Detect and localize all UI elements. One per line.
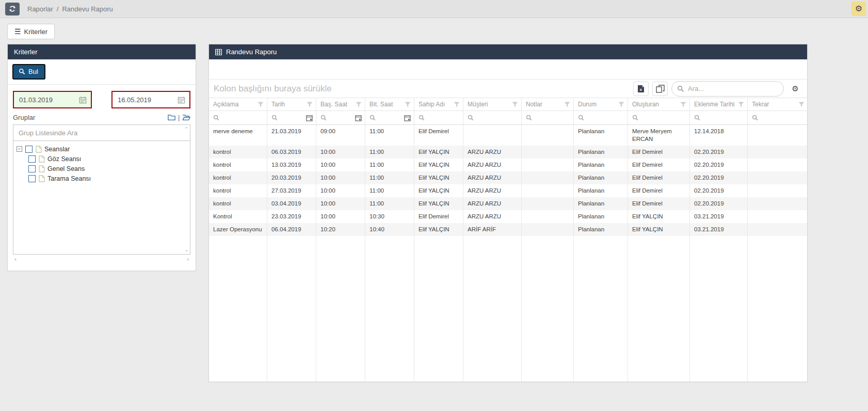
- scroll-right-icon[interactable]: ›: [187, 256, 189, 263]
- tree-node-label[interactable]: Seanslar: [44, 146, 70, 153]
- filter-input-notlar[interactable]: [534, 114, 570, 121]
- group-search-input[interactable]: [13, 125, 190, 141]
- grid-search-box[interactable]: [671, 81, 784, 97]
- tree-checkbox[interactable]: [28, 155, 36, 163]
- collapse-all-folder-icon[interactable]: [168, 114, 175, 121]
- filter-cell-sahip-adi[interactable]: [414, 111, 463, 124]
- scroll-up-icon[interactable]: ⌃: [184, 126, 189, 133]
- find-button[interactable]: Bul: [12, 64, 45, 80]
- filter-input-aciklama[interactable]: [221, 114, 264, 121]
- filter-input-durum[interactable]: [586, 114, 624, 121]
- calendar-dropdown-icon[interactable]: [306, 115, 313, 121]
- scroll-left-icon[interactable]: ‹: [14, 256, 17, 263]
- filter-funnel-icon[interactable]: [798, 102, 805, 107]
- filter-funnel-icon[interactable]: [258, 102, 264, 107]
- calendar-dropdown-icon[interactable]: [404, 115, 411, 121]
- filter-funnel-icon[interactable]: [512, 102, 518, 107]
- column-header-label[interactable]: Müşteri: [468, 101, 512, 108]
- column-header-label[interactable]: Bit. Saat: [369, 101, 405, 108]
- tree-node-label[interactable]: Genel Seans: [47, 165, 85, 172]
- column-header-label[interactable]: Sahip Adı: [419, 101, 454, 108]
- tree-collapse-icon[interactable]: −: [17, 146, 22, 152]
- calendar-dropdown-icon[interactable]: [355, 115, 362, 121]
- column-header-aciklama[interactable]: Açıklama: [209, 98, 267, 110]
- tree-node-root[interactable]: −Seanslar: [17, 144, 188, 154]
- filter-funnel-icon[interactable]: [307, 102, 313, 107]
- filter-input-olusturan[interactable]: [640, 114, 686, 121]
- column-header-notlar[interactable]: Notlar: [522, 98, 574, 110]
- filter-input-bit-saat[interactable]: [378, 114, 402, 121]
- column-header-label[interactable]: Açıklama: [213, 101, 258, 108]
- tree-node-child-1[interactable]: Genel Seans: [28, 164, 188, 173]
- date-from-value[interactable]: 01.03.2019: [19, 96, 79, 104]
- group-panel-hint[interactable]: Kolon başlığını buraya sürükle: [214, 84, 633, 94]
- calendar-icon[interactable]: [79, 96, 87, 104]
- column-header-label[interactable]: Tarih: [271, 101, 307, 108]
- breadcrumb-item-randevu-raporu[interactable]: Randevu Raporu: [62, 5, 112, 13]
- filter-input-tekrar[interactable]: [760, 114, 805, 121]
- tree-checkbox[interactable]: [28, 175, 36, 182]
- tree-node-child-0[interactable]: Göz Seansı: [28, 154, 188, 164]
- table-row[interactable]: Kontrol23.03.201910:0010:30Elif DemirelA…: [209, 210, 807, 223]
- kriterler-toggle-button[interactable]: ☰ Kriterler: [7, 24, 55, 39]
- column-header-label[interactable]: Tekrar: [752, 101, 798, 108]
- filter-input-tarih[interactable]: [280, 114, 304, 121]
- column-header-label[interactable]: Baş. Saat: [320, 101, 356, 108]
- table-row[interactable]: merve deneme21.03.201909:0011:00Elif Dem…: [209, 125, 807, 146]
- table-row[interactable]: kontrol13.03.201910:0011:00Elif YALÇINAR…: [209, 159, 807, 171]
- breadcrumb-item-raporlar[interactable]: Raporlar: [27, 5, 53, 13]
- filter-input-musteri[interactable]: [476, 114, 518, 121]
- filter-funnel-icon[interactable]: [680, 102, 686, 107]
- filter-cell-bas-saat[interactable]: [316, 111, 365, 124]
- scroll-down-icon[interactable]: ⌄: [184, 246, 189, 253]
- excel-export-button[interactable]: x: [633, 82, 649, 96]
- column-header-bas-saat[interactable]: Baş. Saat: [316, 98, 365, 110]
- tree-node-label[interactable]: Göz Seansı: [47, 155, 81, 163]
- column-header-label[interactable]: Durum: [578, 101, 618, 108]
- column-header-olusturan[interactable]: Oluşturan: [628, 98, 690, 110]
- column-header-durum[interactable]: Durum: [574, 98, 628, 110]
- filter-cell-aciklama[interactable]: [209, 111, 267, 124]
- filter-funnel-icon[interactable]: [405, 102, 411, 107]
- column-header-label[interactable]: Eklenme Tarihi: [694, 101, 738, 108]
- filter-input-sahip-adi[interactable]: [427, 114, 460, 121]
- filter-funnel-icon[interactable]: [564, 102, 570, 107]
- column-header-sahip-adi[interactable]: Sahip Adı: [414, 98, 463, 110]
- filter-cell-musteri[interactable]: [463, 111, 522, 124]
- filter-cell-eklenme-tarihi[interactable]: [690, 111, 748, 124]
- column-header-tekrar[interactable]: Tekrar: [748, 98, 807, 110]
- column-chooser-button[interactable]: [652, 82, 668, 96]
- table-row[interactable]: kontrol27.03.201910:0011:00Elif YALÇINAR…: [209, 184, 807, 197]
- table-row[interactable]: kontrol03.04.201910:0011:00Elif YALÇINAR…: [209, 197, 807, 210]
- date-to-field[interactable]: 16.05.2019: [111, 91, 190, 108]
- tree-node-label[interactable]: Tarama Seansı: [47, 175, 91, 182]
- filter-cell-olusturan[interactable]: [628, 111, 690, 124]
- filter-funnel-icon[interactable]: [454, 102, 460, 107]
- filter-funnel-icon[interactable]: [738, 102, 744, 107]
- date-from-field[interactable]: 01.03.2019: [13, 91, 92, 108]
- expand-all-folder-icon[interactable]: [182, 114, 190, 121]
- filter-cell-bit-saat[interactable]: [365, 111, 414, 124]
- date-to-value[interactable]: 16.05.2019: [118, 96, 178, 104]
- filter-input-eklenme-tarihi[interactable]: [702, 114, 744, 121]
- filter-funnel-icon[interactable]: [356, 102, 362, 107]
- column-header-eklenme-tarihi[interactable]: Eklenme Tarihi: [690, 98, 748, 110]
- calendar-icon[interactable]: [178, 96, 185, 104]
- column-header-bit-saat[interactable]: Bit. Saat: [365, 98, 414, 110]
- filter-cell-durum[interactable]: [574, 111, 628, 124]
- table-row[interactable]: kontrol06.03.201910:0011:00Elif YALÇINAR…: [209, 146, 807, 159]
- grid-settings-button[interactable]: ⚙: [787, 82, 803, 96]
- filter-cell-tarih[interactable]: [267, 111, 316, 124]
- filter-input-bas-saat[interactable]: [329, 114, 353, 121]
- tree-checkbox[interactable]: [25, 146, 33, 153]
- column-header-musteri[interactable]: Müşteri: [463, 98, 522, 110]
- column-header-label[interactable]: Oluşturan: [632, 101, 680, 108]
- table-row[interactable]: kontrol20.03.201910:0011:00Elif YALÇINAR…: [209, 171, 807, 184]
- column-header-label[interactable]: Notlar: [526, 101, 564, 108]
- filter-cell-notlar[interactable]: [522, 111, 574, 124]
- table-row[interactable]: Lazer Operasyonu06.04.201910:2010:40Elif…: [209, 223, 807, 236]
- settings-gear-button[interactable]: ⚙: [851, 2, 866, 16]
- column-header-tarih[interactable]: Tarih: [267, 98, 316, 110]
- tree-node-child-2[interactable]: Tarama Seansı: [28, 173, 188, 183]
- tree-checkbox[interactable]: [28, 165, 36, 172]
